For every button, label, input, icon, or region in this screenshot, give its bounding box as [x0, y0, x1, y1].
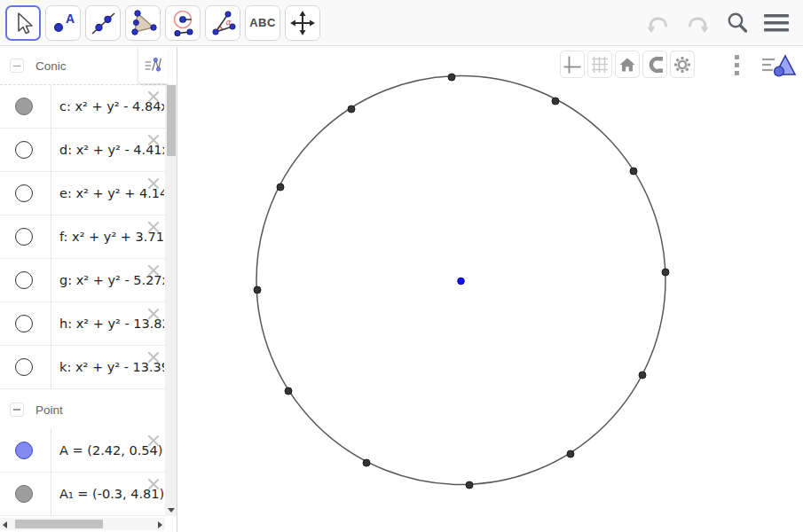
circle-point[interactable]: [277, 184, 284, 191]
circle-point[interactable]: [639, 372, 646, 379]
delete-icon[interactable]: [146, 133, 161, 147]
graphics-view[interactable]: [178, 47, 803, 532]
section-title: Conic: [35, 59, 67, 73]
row-body: A₁ = (-0.3, 4.81): [51, 473, 165, 515]
toggle-column: [0, 85, 51, 128]
section-title: Point: [35, 403, 63, 416]
algebra-row-g[interactable]: g: x² + y² - 5.27x +: [0, 259, 165, 302]
scroll-down-arrow[interactable]: [165, 504, 177, 516]
angle-tool-button[interactable]: α: [205, 5, 240, 41]
delete-icon[interactable]: [146, 434, 161, 448]
toggle-column: [0, 473, 51, 515]
collapse-conic-button[interactable]: [10, 59, 24, 73]
algebra-row-f[interactable]: f: x² + y² + 3.71x +: [0, 215, 165, 259]
horizontal-scroll-thumb[interactable]: [15, 520, 103, 528]
algebra-row-A[interactable]: A = (2.42, 0.54): [0, 429, 165, 473]
horizontal-scrollbar[interactable]: [0, 518, 165, 530]
row-body: c: x² + y² - 4.84x -: [51, 85, 165, 128]
delete-icon[interactable]: [146, 350, 161, 364]
kebab-dot: [735, 71, 739, 75]
algebra-row-h[interactable]: h: x² + y² - 13.82x -: [0, 302, 165, 346]
settings-button[interactable]: [670, 51, 695, 78]
algebra-sort-button[interactable]: [138, 47, 168, 84]
toggle-column: [0, 129, 51, 171]
search-icon: [725, 11, 750, 35]
search-button[interactable]: [723, 9, 752, 37]
text-tool-button[interactable]: ABC: [245, 5, 280, 41]
circle-point[interactable]: [363, 459, 370, 466]
visibility-toggle[interactable]: [15, 271, 33, 289]
point-icon: A: [49, 9, 77, 37]
delete-icon[interactable]: [146, 307, 161, 321]
visibility-toggle[interactable]: [15, 358, 33, 376]
home-view-button[interactable]: [615, 51, 640, 78]
algebra-row-k[interactable]: k: x² + y² - 13.39x -: [0, 346, 165, 389]
delete-icon[interactable]: [146, 90, 161, 104]
delete-icon[interactable]: [146, 220, 161, 234]
algebra-row-e[interactable]: e: x² + y² + 4.14x -: [0, 172, 165, 215]
circle-point[interactable]: [448, 74, 455, 81]
circle-point[interactable]: [285, 387, 292, 395]
magnet-icon: [644, 54, 665, 75]
main-toolbar: A: [0, 0, 803, 46]
circle-point[interactable]: [567, 450, 574, 458]
redo-button[interactable]: [682, 9, 714, 37]
toggle-column: [0, 429, 51, 472]
axes-icon: [562, 54, 583, 75]
center-point-A[interactable]: [458, 278, 465, 285]
delete-icon[interactable]: [146, 477, 161, 491]
more-options-button[interactable]: [731, 55, 744, 78]
visibility-toggle[interactable]: [15, 315, 33, 332]
algebra-row-d[interactable]: d: x² + y² - 4.41x -: [0, 129, 165, 172]
kebab-dot: [735, 55, 739, 59]
scroll-right-arrow[interactable]: [154, 518, 165, 530]
menu-button[interactable]: [760, 10, 792, 36]
undo-icon: [643, 11, 672, 35]
circle-point[interactable]: [466, 481, 473, 489]
collapse-point-button[interactable]: [10, 403, 24, 417]
line-tool-button[interactable]: [85, 5, 121, 41]
toolbar-right-icons: [642, 0, 792, 46]
polygon-icon: [129, 9, 157, 37]
toggle-column: [0, 302, 51, 345]
move-view-tool-button[interactable]: [285, 5, 320, 41]
delete-icon[interactable]: [146, 263, 161, 278]
circle-point[interactable]: [254, 286, 261, 293]
visibility-toggle[interactable]: [15, 141, 33, 159]
grid-toggle-button[interactable]: [587, 51, 612, 78]
delete-icon[interactable]: [146, 176, 161, 191]
toggle-column: [0, 259, 51, 301]
gear-icon: [672, 54, 693, 75]
grid-icon: [589, 54, 610, 75]
row-body: h: x² + y² - 13.82x -: [51, 302, 165, 345]
move-tool-button[interactable]: [5, 5, 41, 41]
circle-point[interactable]: [552, 98, 559, 105]
scroll-left-arrow[interactable]: [0, 518, 11, 530]
algebra-row-A1[interactable]: A₁ = (-0.3, 4.81): [0, 473, 165, 516]
circle-point[interactable]: [662, 269, 669, 276]
visibility-toggle[interactable]: [15, 184, 33, 202]
graphics-stylebar: [560, 51, 695, 78]
geogebra-window: A: [0, 0, 803, 532]
point-tool-button[interactable]: A: [45, 5, 81, 41]
visibility-toggle[interactable]: [15, 98, 33, 115]
circle-with-center-icon: [169, 9, 197, 37]
circle-tool-button[interactable]: [165, 5, 201, 41]
algebra-row-c[interactable]: c: x² + y² - 4.84x -: [0, 85, 165, 129]
circle-point[interactable]: [348, 106, 355, 113]
svg-text:A: A: [66, 12, 75, 26]
axes-toggle-button[interactable]: [560, 51, 585, 78]
vertical-scroll-thumb[interactable]: [167, 85, 176, 156]
snap-to-grid-button[interactable]: [642, 51, 667, 78]
circle-point[interactable]: [630, 168, 637, 175]
graphics-canvas[interactable]: [178, 47, 803, 532]
undo-button[interactable]: [642, 9, 673, 37]
toggle-column: [0, 215, 51, 258]
polygon-tool-button[interactable]: [125, 5, 161, 41]
visibility-toggle[interactable]: [15, 442, 33, 459]
section-header-point: Point: [0, 389, 165, 430]
vertical-scrollbar[interactable]: [165, 84, 177, 516]
visibility-toggle[interactable]: [15, 485, 33, 503]
visibility-toggle[interactable]: [15, 228, 33, 246]
graphics-panel-toggle-button[interactable]: [760, 52, 798, 82]
